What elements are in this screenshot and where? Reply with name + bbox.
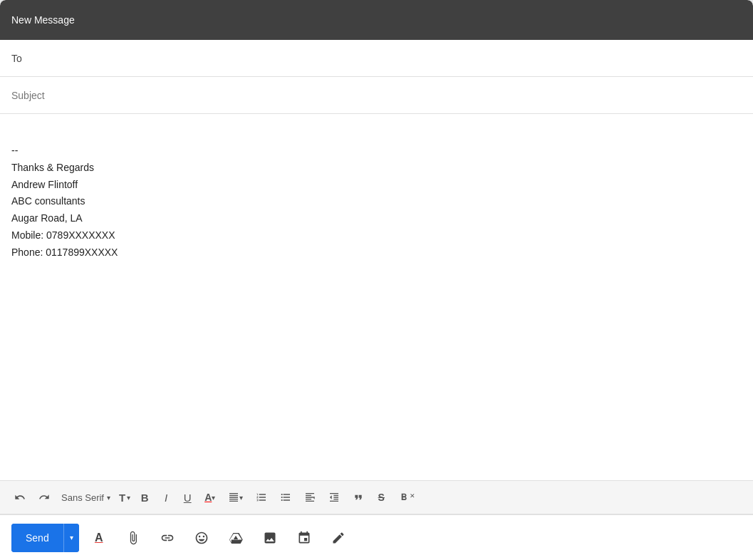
italic-button[interactable]: I	[156, 486, 176, 509]
font-size-select[interactable]: T ▾	[116, 489, 133, 507]
subject-row	[0, 77, 753, 114]
to-label: To	[11, 53, 28, 64]
align-button[interactable]: ▾	[222, 486, 249, 509]
window-title: New Message	[11, 14, 75, 26]
subject-input[interactable]	[11, 90, 742, 101]
signature-separator: --	[11, 142, 742, 160]
attach-file-button[interactable]	[119, 524, 147, 552]
send-dropdown-button[interactable]: ▾	[63, 524, 79, 552]
font-family-label: Sans Serif	[61, 492, 104, 503]
signature-line3: ABC consultants	[11, 193, 742, 210]
blockquote-button[interactable]	[347, 486, 370, 509]
google-drive-button[interactable]	[222, 524, 250, 552]
indent-more-button[interactable]	[298, 486, 321, 509]
signature-line5: Mobile: 0789XXXXXXX	[11, 227, 742, 244]
format-text-icon: A	[95, 532, 103, 544]
format-text-button[interactable]: A	[85, 524, 113, 552]
indent-less-button[interactable]	[323, 486, 346, 509]
font-color-button[interactable]: A ▾	[199, 486, 221, 509]
schedule-send-button[interactable]	[290, 524, 318, 552]
font-family-arrow: ▾	[107, 494, 110, 502]
signature-line6: Phone: 0117899XXXXX	[11, 244, 742, 261]
font-size-icon: T	[119, 492, 125, 504]
bold-button[interactable]: B	[135, 486, 155, 509]
font-size-arrow: ▾	[127, 494, 130, 502]
bottom-bar: Send ▾ A	[0, 514, 753, 560]
redo-button[interactable]	[33, 486, 56, 509]
signature-line2: Andrew Flintoff	[11, 177, 742, 194]
insert-photo-button[interactable]	[256, 524, 284, 552]
send-button[interactable]: Send	[11, 524, 63, 552]
send-button-group: Send ▾	[11, 524, 79, 552]
font-family-select[interactable]: Sans Serif ▾	[57, 486, 115, 509]
strikethrough-button[interactable]: S	[371, 486, 391, 509]
remove-format-button[interactable]: ✕	[393, 486, 421, 509]
undo-button[interactable]	[9, 486, 31, 509]
body-area[interactable]: -- Thanks & Regards Andrew Flintoff ABC …	[0, 114, 753, 480]
numbered-list-button[interactable]	[250, 486, 273, 509]
signature-line4: Augar Road, LA	[11, 210, 742, 227]
emoji-button[interactable]	[187, 524, 216, 552]
to-input[interactable]	[34, 53, 742, 64]
signature-line1: Thanks & Regards	[11, 160, 742, 177]
bullet-list-button[interactable]	[274, 486, 297, 509]
signature-button[interactable]	[324, 524, 353, 552]
formatting-toolbar: Sans Serif ▾ T ▾ B I U A ▾ ▾	[0, 480, 753, 514]
title-bar: New Message	[0, 0, 753, 40]
underline-button[interactable]: U	[177, 486, 197, 509]
compose-window: New Message To -- Thanks & Regards Andre…	[0, 0, 753, 560]
insert-link-button[interactable]	[153, 524, 182, 552]
to-row: To	[0, 40, 753, 77]
signature: -- Thanks & Regards Andrew Flintoff ABC …	[11, 142, 742, 261]
